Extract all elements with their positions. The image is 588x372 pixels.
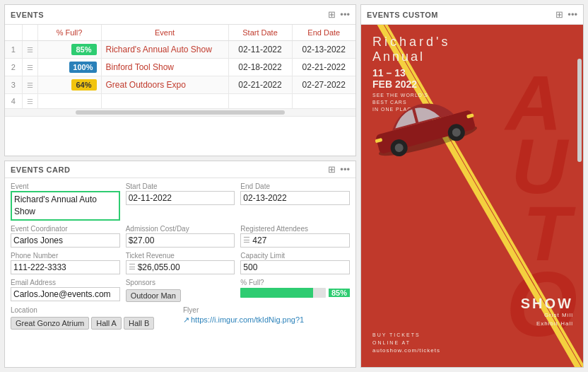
- bottom-row: Location Great Gonzo Atrium Hall A Hall …: [11, 306, 350, 330]
- sponsors-field: Sponsors Outdoor Man: [126, 279, 235, 302]
- pct-full-value: 85%: [329, 289, 350, 297]
- end-date-field: End Date 02-13-2022: [240, 182, 350, 221]
- row-icon: ☰: [22, 94, 37, 109]
- poster-annual: Annual: [372, 50, 450, 64]
- more-icon[interactable]: •••: [340, 9, 350, 20]
- custom-filter-icon[interactable]: ⊞: [555, 9, 563, 20]
- row-end: 02-21-2022: [292, 59, 355, 76]
- card-more-icon[interactable]: •••: [340, 164, 350, 175]
- row-icon: ☰: [22, 41, 37, 59]
- email-label: Email Address: [11, 279, 120, 286]
- poster-scrollbar[interactable]: [577, 59, 582, 161]
- coordinator-value[interactable]: Carlos Jones: [11, 233, 120, 248]
- phone-label: Phone Number: [11, 252, 120, 260]
- row-event[interactable]: Binford Tool Show: [101, 59, 228, 76]
- poster-venue: Grist MillExhibit Hall: [536, 311, 573, 328]
- location-tags-row: Great Gonzo Atrium Hall A Hall B: [11, 315, 177, 330]
- card-body: Event Richard's Annual Auto Show Start D…: [5, 178, 355, 334]
- attendees-value[interactable]: ☰ 427: [240, 233, 350, 248]
- attendees-icon: ☰: [243, 236, 250, 245]
- table-scrollbar-row: [5, 109, 355, 117]
- progress-bar-fill: [240, 288, 313, 298]
- row-start: 02-11-2022: [228, 41, 292, 59]
- row-pct: 100%: [37, 59, 101, 76]
- revenue-label: Ticket Revenue: [126, 252, 235, 260]
- row-start: [228, 94, 292, 109]
- poster-buy-tickets: BUY TICKETSONLINE AT autoshow.com/ticket…: [372, 331, 440, 356]
- col-start-header[interactable]: Start Date: [228, 25, 292, 41]
- event-poster: A U T O Richard's Annual 11 – 13 FEB 202…: [361, 25, 583, 367]
- start-date-label: Start Date: [126, 182, 235, 190]
- row-event: [101, 94, 228, 109]
- sponsors-tags: Outdoor Man: [126, 288, 235, 302]
- event-value[interactable]: Richard's Annual Auto Show: [11, 191, 120, 221]
- row-num: 3: [5, 76, 22, 94]
- row-icon: ☰: [22, 76, 37, 94]
- row-event[interactable]: Great Outdoors Expo: [101, 76, 228, 94]
- end-date-value[interactable]: 02-13-2022: [240, 191, 350, 205]
- row-end: [292, 94, 355, 109]
- row-pct: 64%: [37, 76, 101, 94]
- poster-month-year: FEB 2022: [372, 79, 428, 90]
- col-pct-header[interactable]: % Full?: [37, 25, 101, 41]
- filter-icon[interactable]: ⊞: [328, 9, 336, 20]
- events-custom-panel: EVENTS Custom ⊞ ••• A U T O Richard's An…: [360, 4, 584, 368]
- custom-more-icon[interactable]: •••: [568, 9, 577, 20]
- email-value[interactable]: Carlos.Jone@events.com: [11, 287, 120, 301]
- events-custom-header: EVENTS Custom ⊞ •••: [361, 5, 583, 25]
- revenue-icon: ☰: [129, 262, 136, 272]
- link-icon: ↗: [183, 315, 189, 325]
- sponsor-tag[interactable]: Outdoor Man: [126, 289, 181, 302]
- phone-value[interactable]: 111-222-3333: [11, 260, 120, 274]
- email-field: Email Address Carlos.Jone@events.com: [11, 279, 120, 302]
- row-num: 1: [5, 41, 22, 59]
- pct-full-field: % Full? 85%: [240, 279, 350, 302]
- poster-url: autoshow.com/tickets: [372, 347, 440, 354]
- flyer-link[interactable]: ↗ https://i.imgur.com/tkIdNig.png?1: [183, 315, 350, 325]
- coordinator-label: Event Coordinator: [11, 225, 120, 233]
- revenue-field: Ticket Revenue ☰ $26,055.00: [126, 252, 235, 274]
- phone-field: Phone Number 111-222-3333: [11, 252, 120, 274]
- row-event[interactable]: Richard's Annual Auto Show: [101, 41, 228, 59]
- col-num: [5, 25, 22, 41]
- col-event-header[interactable]: Event: [101, 25, 228, 41]
- location-hall-b-tag[interactable]: Hall B: [124, 317, 154, 330]
- events-table-header: EVENTS ⊞ •••: [5, 5, 355, 25]
- attendees-label: Registered Attendees: [240, 225, 350, 233]
- table-row[interactable]: 4 ☰: [5, 94, 355, 109]
- events-table-container: % Full? Event Start Date End Date 1 ☰ 85…: [5, 25, 355, 156]
- table-row[interactable]: 1 ☰ 85% Richard's Annual Auto Show 02-11…: [5, 41, 355, 59]
- poster-date-range: 11 – 13: [372, 67, 428, 79]
- card-filter-icon[interactable]: ⊞: [328, 164, 336, 175]
- pct-badge: 100%: [69, 62, 96, 73]
- flyer-field: Flyer ↗ https://i.imgur.com/tkIdNig.png?…: [183, 306, 350, 330]
- poster-richard: Richard's: [372, 35, 450, 50]
- event-label: Event: [11, 182, 120, 190]
- table-row[interactable]: 2 ☰ 100% Binford Tool Show 02-18-2022 02…: [5, 59, 355, 76]
- location-main-tag[interactable]: Great Gonzo Atrium: [11, 317, 89, 330]
- capacity-value[interactable]: 500: [240, 260, 350, 274]
- poster-show-text: SHOW: [521, 296, 573, 312]
- events-card-title: EVENTS Card: [11, 165, 70, 174]
- row-num: 4: [5, 94, 22, 109]
- table-row[interactable]: 3 ☰ 64% Great Outdoors Expo 02-21-2022 0…: [5, 76, 355, 94]
- events-table-title: EVENTS: [11, 11, 44, 19]
- events-card-panel: EVENTS Card ⊞ ••• Event Richard's Annual…: [4, 161, 356, 368]
- end-date-label: End Date: [240, 182, 350, 190]
- events-table-actions: ⊞ •••: [328, 9, 350, 20]
- revenue-value[interactable]: ☰ $26,055.00: [126, 260, 235, 274]
- row-pct: 85%: [37, 41, 101, 59]
- row-start: 02-21-2022: [228, 76, 292, 94]
- h-scrollbar[interactable]: [76, 110, 284, 115]
- location-hall-a-tag[interactable]: Hall A: [91, 317, 122, 330]
- events-card-actions: ⊞ •••: [328, 164, 350, 175]
- flyer-label: Flyer: [183, 306, 350, 314]
- admission-value[interactable]: $27.00: [126, 233, 235, 248]
- coordinator-field: Event Coordinator Carlos Jones: [11, 225, 120, 248]
- col-end-header[interactable]: End Date: [292, 25, 355, 41]
- poster-top-text: Richard's Annual: [372, 35, 450, 64]
- pct-full-progress: 85%: [240, 288, 350, 298]
- poster-container: A U T O Richard's Annual 11 – 13 FEB 202…: [361, 25, 583, 367]
- start-date-value[interactable]: 02-11-2022: [126, 191, 235, 205]
- row-num: 2: [5, 59, 22, 76]
